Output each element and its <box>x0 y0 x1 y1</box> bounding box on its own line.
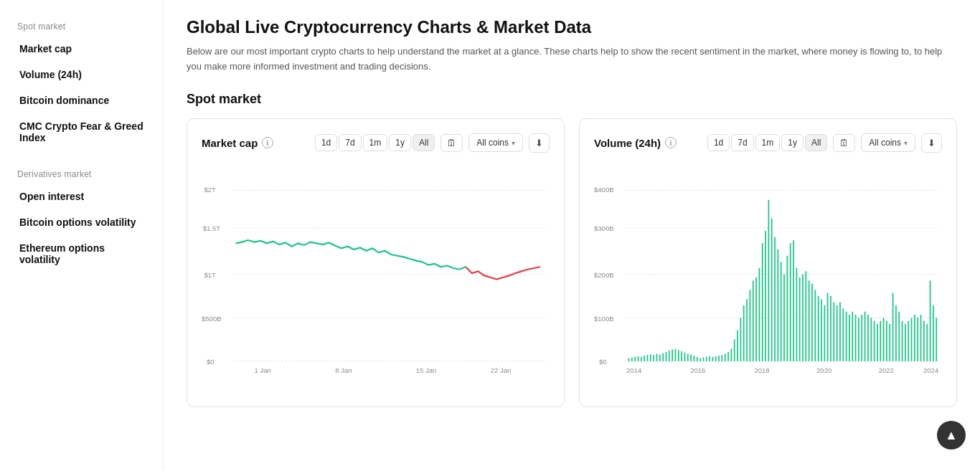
svg-rect-73 <box>855 315 857 361</box>
chart2-download-button[interactable]: ⬇ <box>921 133 942 153</box>
svg-rect-7 <box>650 354 651 361</box>
svg-rect-94 <box>920 315 922 361</box>
svg-rect-33 <box>731 348 732 361</box>
svg-rect-14 <box>672 349 673 361</box>
chart1-btn-1d[interactable]: 1d <box>315 134 337 151</box>
chart2-btn-7d[interactable]: 7d <box>731 134 753 151</box>
svg-rect-92 <box>914 315 915 361</box>
chart1-green-line <box>236 240 466 270</box>
svg-rect-5 <box>644 356 645 361</box>
svg-rect-74 <box>858 318 859 361</box>
chart2-calendar-button[interactable]: 🗓 <box>833 134 855 152</box>
chart2-info-icon[interactable]: ℹ <box>665 137 677 148</box>
sidebar-item-ethereum-volatility[interactable]: Ethereum options volatility <box>0 235 163 272</box>
chart2-y-label-100b: $100B <box>594 314 614 322</box>
chart1-info-icon[interactable]: ℹ <box>262 137 273 148</box>
svg-rect-91 <box>911 318 913 361</box>
chart1-btn-1m[interactable]: 1m <box>363 134 388 151</box>
svg-rect-8 <box>653 355 654 361</box>
market-cap-card: Market cap ℹ 1d 7d 1m 1y All 🗓 All coins… <box>187 118 565 407</box>
svg-rect-82 <box>883 318 885 361</box>
chart1-y-label-500b: $500B <box>202 314 222 322</box>
chart2-x-label-2016: 2016 <box>690 366 705 374</box>
chart2-bars-post <box>814 280 937 361</box>
chart1-filter-label: All coins <box>476 138 509 148</box>
svg-rect-6 <box>647 355 649 361</box>
sidebar-item-market-cap[interactable]: Market cap <box>0 36 163 62</box>
svg-rect-85 <box>892 292 894 361</box>
svg-rect-46 <box>771 218 773 361</box>
svg-rect-55 <box>799 277 801 361</box>
chart1-btn-7d[interactable]: 7d <box>339 134 361 151</box>
svg-rect-87 <box>898 311 900 361</box>
svg-rect-93 <box>917 318 918 361</box>
svg-rect-64 <box>827 292 829 361</box>
sidebar-item-bitcoin-dominance[interactable]: Bitcoin dominance <box>0 87 163 113</box>
svg-rect-97 <box>930 280 931 361</box>
chart2-y-label-200b: $200B <box>594 271 614 279</box>
svg-rect-25 <box>706 356 707 361</box>
chart1-download-button[interactable]: ⬇ <box>529 133 550 153</box>
chart1-title: Market cap <box>202 137 258 149</box>
svg-rect-66 <box>833 302 834 361</box>
chart2-svg: $400B $300B $200B $100B $0 <box>594 163 942 392</box>
svg-rect-0 <box>628 358 630 361</box>
chart1-y-label-1t5: $1.5T <box>203 224 221 232</box>
svg-rect-26 <box>709 356 710 361</box>
sidebar-item-open-interest[interactable]: Open interest <box>0 184 163 209</box>
svg-rect-4 <box>641 356 642 361</box>
sidebar-derivatives-label: Derivatives market <box>0 162 163 184</box>
scroll-up-icon: ▲ <box>945 428 958 443</box>
chart1-filter-dropdown[interactable]: All coins ▾ <box>468 133 523 152</box>
chart1-title-row: Market cap ℹ <box>202 137 273 149</box>
chart2-btn-1d[interactable]: 1d <box>707 134 730 151</box>
chart2-filter-dropdown[interactable]: All coins ▾ <box>861 133 915 152</box>
svg-rect-54 <box>796 268 797 361</box>
chart2-bars-early <box>628 348 720 361</box>
svg-rect-15 <box>675 348 677 361</box>
chart2-btn-1m[interactable]: 1m <box>755 134 781 151</box>
sidebar-item-volume[interactable]: Volume (24h) <box>0 62 163 87</box>
svg-rect-75 <box>861 315 862 361</box>
chart1-btn-1y[interactable]: 1y <box>389 134 411 151</box>
chart2-chevron-icon: ▾ <box>904 139 908 147</box>
chart2-header: Volume (24h) ℹ 1d 7d 1m 1y All 🗓 All coi… <box>594 133 942 153</box>
chart1-x-label-1: 1 Jan <box>255 366 271 374</box>
svg-rect-29 <box>718 356 720 361</box>
svg-rect-11 <box>662 353 664 361</box>
svg-rect-50 <box>783 274 785 361</box>
chart1-controls: 1d 7d 1m 1y All 🗓 All coins ▾ ⬇ <box>315 133 550 153</box>
page-description: Below are our most important crypto char… <box>187 44 947 75</box>
svg-rect-80 <box>877 324 878 361</box>
sidebar-item-fear-greed[interactable]: CMC Crypto Fear & Greed Index <box>0 113 163 151</box>
svg-rect-71 <box>849 315 850 361</box>
svg-rect-23 <box>699 358 701 361</box>
chart1-y-label-1t: $1T <box>204 271 216 279</box>
svg-rect-18 <box>684 352 686 361</box>
chart2-btn-all[interactable]: All <box>805 134 827 151</box>
svg-rect-69 <box>842 308 844 361</box>
svg-rect-32 <box>727 352 729 361</box>
svg-rect-39 <box>750 290 751 361</box>
svg-rect-27 <box>712 356 714 361</box>
svg-rect-34 <box>734 339 735 361</box>
svg-rect-61 <box>818 296 819 361</box>
chart2-x-label-2024: 2024 <box>923 366 939 374</box>
svg-rect-99 <box>936 318 937 361</box>
scroll-to-top-button[interactable]: ▲ <box>937 421 966 449</box>
svg-rect-51 <box>786 255 788 361</box>
svg-rect-86 <box>895 305 897 361</box>
svg-rect-57 <box>805 271 806 361</box>
svg-rect-90 <box>908 320 909 361</box>
chart2-btn-1y[interactable]: 1y <box>781 134 804 151</box>
svg-rect-3 <box>638 356 639 361</box>
svg-rect-56 <box>802 274 804 361</box>
chart1-red-line <box>466 267 540 279</box>
svg-rect-10 <box>659 354 661 361</box>
chart1-x-label-3: 15 Jan <box>416 366 437 374</box>
chart2-controls: 1d 7d 1m 1y All 🗓 All coins ▾ ⬇ <box>707 133 942 153</box>
chart1-calendar-button[interactable]: 🗓 <box>440 134 463 152</box>
chart1-btn-all[interactable]: All <box>413 134 435 151</box>
chart1-header: Market cap ℹ 1d 7d 1m 1y All 🗓 All coins… <box>202 133 550 153</box>
sidebar-item-bitcoin-volatility[interactable]: Bitcoin options volatility <box>0 209 163 235</box>
